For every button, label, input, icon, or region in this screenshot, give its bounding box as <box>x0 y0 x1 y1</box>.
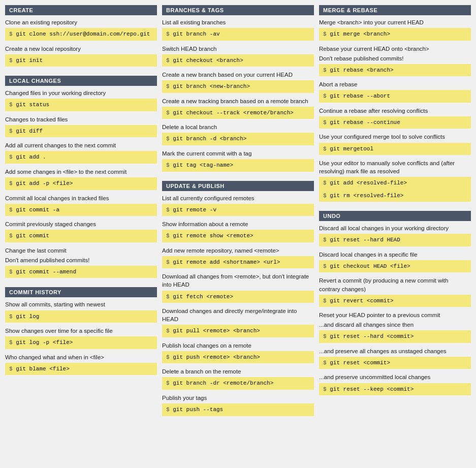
entry-label-1-1-0: List all currently configured remotes <box>162 194 314 202</box>
entry-label-2-1-1: Discard local changes in a specific file <box>319 251 471 259</box>
entry-sublabel-2-1-3: ...and discard all changes since then <box>319 321 471 329</box>
entry-2-0-4: Use your configured merge tool to solve … <box>319 133 471 155</box>
entry-cmd-1-1-6: git branch -dr <remote/branch> <box>162 377 314 390</box>
entry-0-1-3: Add some changes in <file> to the next c… <box>5 168 157 190</box>
entry-cmd-0-1-2: git add . <box>5 151 157 164</box>
entry-2-1-5: ...and preserve uncommitted local change… <box>319 373 471 395</box>
entry-cmd-1-1-0: git remote -v <box>162 204 314 216</box>
entry-label-0-2-0: Show all commits, starting with newest <box>5 300 157 308</box>
entry-label-0-1-5: Commit previously staged changes <box>5 220 157 228</box>
entry-cmd-1-0-4: git branch -d <branch> <box>162 133 314 145</box>
entry-1-1-2: Add new remote repository, named <remote… <box>162 246 314 269</box>
section-header-0-0: CREATE <box>5 5 157 15</box>
entry-cmd-2-0-1: git rebase <branch> <box>319 64 471 77</box>
entry-2-1-3: Reset your HEAD pointer to a previous co… <box>319 311 471 343</box>
entry-label-1-0-4: Delete a local branch <box>162 123 314 131</box>
entry-cmd-1-0-5: git tag <tag-name> <box>162 159 314 172</box>
main-grid: CREATEClone an existing repositorygit cl… <box>5 5 471 425</box>
entry-label-1-0-5: Mark the current commit with a tag <box>162 149 314 158</box>
entry-2-0-2: Abort a rebasegit rebase --abort <box>319 80 471 103</box>
entry-cmd-0-2-0: git log <box>5 310 157 323</box>
section-1-1: UPDATE & PUBLISHList all currently confi… <box>162 181 314 420</box>
entry-cmd-2-0-2: git rebase --abort <box>319 90 471 103</box>
entry-sublabel-2-1-5: ...and preserve uncommitted local change… <box>319 373 471 381</box>
entry-1-0-3: Create a new tracking branch based on a … <box>162 97 314 119</box>
entry-1-1-5: Publish local changes on a remotegit pus… <box>162 341 314 364</box>
entry-2-1-1: Discard local changes in a specific file… <box>319 251 471 273</box>
entry-label-0-1-1: Changes to tracked files <box>5 115 157 123</box>
entry-0-1-0: Changed files in your working directoryg… <box>5 89 157 111</box>
entry-1-0-0: List all existing branchesgit branch -av <box>162 18 314 41</box>
entry-warning-2-0-1: Don't rebase published commits! <box>319 54 471 63</box>
entry-label-1-1-2: Add new remote repository, named <remote… <box>162 246 314 255</box>
entry-label-0-2-1: Show changes over time for a specific fi… <box>5 327 157 335</box>
entry-cmd-1-1-5: git push <remote> <branch> <box>162 351 314 364</box>
entry-label-1-1-6: Delete a branch on the remote <box>162 367 314 376</box>
section-0-0: CREATEClone an existing repositorygit cl… <box>5 5 157 71</box>
entry-label-1-0-2: Create a new branch based on your curren… <box>162 71 314 79</box>
entry-label-2-1-3: Reset your HEAD pointer to a previous co… <box>319 311 471 319</box>
section-header-2-0: MERGE & REBASE <box>319 5 471 15</box>
entry-0-0-0: Clone an existing repositorygit clone ss… <box>5 18 157 41</box>
entry-0-0-1: Create a new local repositorygit init <box>5 45 157 67</box>
entry-1-1-1: Show information about a remotegit remot… <box>162 220 314 242</box>
entry-cmd-0-1-4: git commit -a <box>5 204 157 216</box>
entry-label-0-1-2: Add all current changes to the next comm… <box>5 141 157 149</box>
entry-cmd-1-1-3: git fetch <remote> <box>162 291 314 303</box>
entry-cmd-2-0-3: git rebase --continue <box>319 116 471 129</box>
entry-0-1-6: Change the last commitDon't amend publis… <box>5 246 157 278</box>
entry-cmd-2-0-4: git mergetool <box>319 143 471 155</box>
entry-2-0-1: Rebase your current HEAD onto <branch>Do… <box>319 45 471 77</box>
entry-label-0-0-0: Clone an existing repository <box>5 18 157 26</box>
entry-label-0-1-0: Changed files in your working directory <box>5 89 157 97</box>
entry-cmd2-2-0-5: git add <resolved-file> <box>319 177 471 190</box>
entry-label-0-0-1: Create a new local repository <box>5 45 157 53</box>
entry-label-1-1-7: Publish your tags <box>162 394 314 402</box>
entry-cmd-0-1-5: git commit <box>5 230 157 242</box>
entry-2-0-5: Use your editor to manually solve confli… <box>319 159 471 202</box>
entry-1-0-5: Mark the current commit with a taggit ta… <box>162 149 314 172</box>
entry-label-2-0-3: Continue a rebase after resolving confli… <box>319 107 471 115</box>
section-header-1-1: UPDATE & PUBLISH <box>162 181 314 191</box>
section-0-1: LOCAL CHANGESChanged files in your worki… <box>5 76 157 282</box>
entry-label-2-0-1: Rebase your current HEAD onto <branch> <box>319 45 471 53</box>
column-1: BRANCHES & TAGSList all existing branche… <box>162 5 314 425</box>
entry-cmd-1-1-2: git remote add <shortname> <url> <box>162 256 314 269</box>
entry-label-2-1-2: Revert a commit (by producing a new comm… <box>319 276 471 293</box>
entry-cmd-2-0-0: git merge <branch> <box>319 28 471 41</box>
entry-cmd-0-0-0: git clone ssh://user@domain.com/repo.git <box>5 28 157 41</box>
entry-2-1-4: ...and preserve all changes as unstaged … <box>319 347 471 369</box>
entry-label-2-0-2: Abort a rebase <box>319 80 471 88</box>
entry-label-2-0-4: Use your configured merge tool to solve … <box>319 133 471 141</box>
entry-cmd-1-1-1: git remote show <remote> <box>162 230 314 242</box>
section-header-1-0: BRANCHES & TAGS <box>162 5 314 15</box>
entry-cmd-1-1-4: git pull <remote> <branch> <box>162 325 314 337</box>
section-header-0-2: COMMIT HISTORY <box>5 287 157 297</box>
entry-label-0-1-6: Change the last commit <box>5 246 157 255</box>
entry-1-1-3: Download all changes from <remote>, but … <box>162 272 314 303</box>
entry-cmd-2-1-4: git reset <commit> <box>319 357 471 369</box>
entry-label-0-1-3: Add some changes in <file> to the next c… <box>5 168 157 176</box>
entry-cmd-0-1-0: git status <box>5 99 157 111</box>
entry-cmd-0-2-1: git log -p <file> <box>5 336 157 349</box>
section-header-0-1: LOCAL CHANGES <box>5 76 157 86</box>
entry-2-1-0: Discard all local changes in your workin… <box>319 224 471 246</box>
entry-label-1-0-1: Switch HEAD branch <box>162 45 314 53</box>
entry-label-2-0-5: Use your editor to manually solve confli… <box>319 159 471 175</box>
entry-0-1-4: Commit all local changes in tracked file… <box>5 194 157 216</box>
entry-0-1-5: Commit previously staged changesgit comm… <box>5 220 157 242</box>
entry-cmd-2-1-2: git revert <commit> <box>319 295 471 307</box>
entry-1-0-4: Delete a local branchgit branch -d <bran… <box>162 123 314 145</box>
entry-0-2-1: Show changes over time for a specific fi… <box>5 327 157 349</box>
entry-cmd-2-1-3: git reset --hard <commit> <box>319 330 471 343</box>
entry-sublabel-2-1-4: ...and preserve all changes as unstaged … <box>319 347 471 355</box>
entry-cmd-1-0-3: git checkout --track <remote/branch> <box>162 107 314 119</box>
entry-label-1-0-3: Create a new tracking branch based on a … <box>162 97 314 105</box>
entry-label-0-1-4: Commit all local changes in tracked file… <box>5 194 157 202</box>
entry-1-1-7: Publish your tagsgit push --tags <box>162 394 314 416</box>
entry-label-1-1-1: Show information about a remote <box>162 220 314 228</box>
entry-label-1-0-0: List all existing branches <box>162 18 314 26</box>
entry-cmd-2-0-5: git rm <resolved-file> <box>319 190 471 202</box>
entry-1-1-6: Delete a branch on the remotegit branch … <box>162 367 314 390</box>
entry-label-2-0-0: Merge <branch> into your current HEAD <box>319 18 471 26</box>
